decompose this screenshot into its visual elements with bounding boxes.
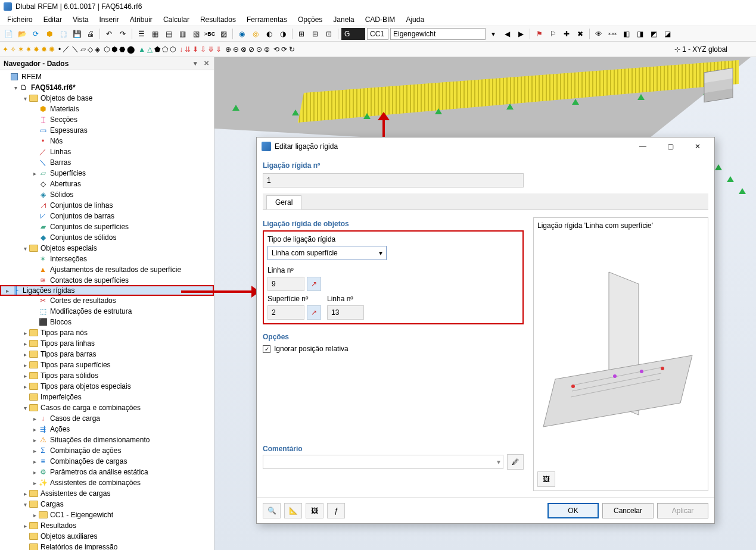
tb2-csys-icon[interactable]: ⊹ <box>674 45 680 54</box>
tb2-w-icon[interactable]: ⊕ <box>225 45 231 54</box>
tree-root[interactable]: RFEM <box>0 71 214 82</box>
comment-color-icon[interactable]: 🖉 <box>507 454 524 470</box>
tree-item[interactable]: ▰Conjuntos de superfícies <box>29 221 214 232</box>
tree-item[interactable]: ◇Aberturas <box>29 179 214 189</box>
tb2-ee-icon[interactable]: ↻ <box>289 45 295 54</box>
tb2-n-icon[interactable]: ⬟ <box>154 45 160 54</box>
tb2-f-icon[interactable]: ✹ <box>41 45 47 54</box>
tree-item[interactable]: ▸Tipos para sólidos <box>19 370 214 381</box>
menu-window[interactable]: Janela <box>328 14 359 25</box>
tree-item[interactable]: ＼Barras <box>29 157 214 168</box>
line2-number-input[interactable]: 13 <box>327 305 364 320</box>
cancel-button[interactable]: Cancelar <box>602 503 654 518</box>
tree-item[interactable]: ◈Sólidos <box>29 189 214 200</box>
tb2-k-icon[interactable]: ⬤ <box>127 45 135 54</box>
menu-edit[interactable]: Editar <box>39 14 67 25</box>
tb-lc-dropdown-icon[interactable]: ▾ <box>487 28 499 40</box>
tab-general[interactable]: Geral <box>266 195 301 210</box>
nav-close-icon[interactable]: ✕ <box>202 60 210 68</box>
tb2-aa-icon[interactable]: ⊙ <box>256 45 262 54</box>
line-number-input[interactable]: 9 <box>267 277 304 291</box>
menu-cadbim[interactable]: CAD-BIM <box>360 14 400 25</box>
minimize-icon[interactable]: — <box>631 139 655 154</box>
cc-field[interactable]: CC1 <box>367 28 388 40</box>
tree-item[interactable]: ⬛Blocos <box>29 317 214 327</box>
tb2-o-icon[interactable]: ⬠ <box>162 45 168 54</box>
rigid-link-number-input[interactable]: 1 <box>263 173 524 188</box>
tb-j-icon[interactable]: ◑ <box>277 28 289 40</box>
tb2-t-icon[interactable]: ⇩ <box>200 45 206 54</box>
tb-o-icon[interactable]: ✖ <box>574 28 586 40</box>
navigator-tree[interactable]: RFEM ▾🗋FAQ5146.rf6* ▾Objetos de base ⬢Ma… <box>0 70 214 550</box>
menu-file[interactable]: Ficheiro <box>2 14 38 25</box>
tb2-j-icon[interactable]: ⬣ <box>119 45 125 54</box>
tb2-v-icon[interactable]: ⇓ <box>216 45 222 54</box>
ignore-relative-position-checkbox[interactable]: ✓ Ignorar posição relativa <box>263 345 524 353</box>
tree-item[interactable]: ⬢Materiais <box>29 104 214 114</box>
close-icon[interactable]: ✕ <box>686 139 710 154</box>
tree-item[interactable]: Relatórios de impressão <box>19 542 214 550</box>
tb-m-icon[interactable]: ⊡ <box>323 28 335 40</box>
tb2-s-icon[interactable]: ⬇ <box>192 45 198 54</box>
surface-number-input[interactable]: 2 <box>267 305 304 320</box>
tb-h-icon[interactable]: ◎ <box>250 28 262 40</box>
view-gizmo[interactable] <box>702 69 744 111</box>
tb-flag1-icon[interactable]: ⚑ <box>533 28 545 40</box>
tb-prev-icon[interactable]: ◀ <box>501 28 513 40</box>
tree-item[interactable]: ▸Tipos para nós <box>19 327 214 338</box>
tb2-x-icon[interactable]: ⊖ <box>233 45 239 54</box>
tree-item[interactable]: ▲Ajustamentos de resultados de superfíci… <box>29 264 214 275</box>
tb2-e-icon[interactable]: ✸ <box>33 45 39 54</box>
tb2-open-icon[interactable]: ◇ <box>88 45 93 54</box>
tb2-b-icon[interactable]: ✧ <box>10 45 16 54</box>
tb-l-icon[interactable]: ⊟ <box>309 28 321 40</box>
maximize-icon[interactable]: ▢ <box>658 139 682 154</box>
tb2-cc-icon[interactable]: ⟲ <box>273 45 279 54</box>
tb2-y-icon[interactable]: ⊗ <box>241 45 247 54</box>
tb2-d-icon[interactable]: ✷ <box>26 45 32 54</box>
menu-calculate[interactable]: Calcular <box>158 14 194 25</box>
tb2-member-icon[interactable]: ＼ <box>71 44 79 54</box>
tb-k-icon[interactable]: ⊞ <box>295 28 307 40</box>
tb2-m-icon[interactable]: △ <box>147 45 153 54</box>
tb2-c-icon[interactable]: ✶ <box>18 45 24 54</box>
menu-view[interactable]: Vista <box>68 14 93 25</box>
tb-e-icon[interactable]: ▧ <box>190 28 202 40</box>
tb2-u-icon[interactable]: ⤋ <box>208 45 214 54</box>
tree-item[interactable]: ▸⚙Parâmetros da análise estática <box>29 467 214 477</box>
tb2-a-icon[interactable]: ✦ <box>2 45 8 54</box>
tb-open-icon[interactable]: 📂 <box>16 28 28 40</box>
rigid-link-type-select[interactable]: Linha com superfície▾ <box>267 246 387 260</box>
tb-r-icon[interactable]: ◩ <box>648 28 659 40</box>
tree-item[interactable]: ⩗Conjuntos de barras <box>29 211 214 221</box>
menu-results[interactable]: Resultados <box>195 14 241 25</box>
tb-block-icon[interactable]: ⬚ <box>57 28 69 40</box>
tb2-g-icon[interactable]: ✺ <box>49 45 55 54</box>
tb2-l-icon[interactable]: ▲ <box>138 45 145 54</box>
apply-button[interactable]: Aplicar <box>657 503 708 518</box>
tree-item[interactable]: ▸Tipos para barras <box>19 349 214 360</box>
tb-eye-icon[interactable]: 👁 <box>593 28 605 40</box>
tree-item[interactable]: ▸CC1 - Eigengewicht <box>29 510 214 520</box>
tree-item[interactable]: ◆Conjuntos de sólidos <box>29 232 214 243</box>
tree-item[interactable]: Objetos auxiliares <box>19 531 214 542</box>
tree-load-cases[interactable]: ▾Casos de carga e combinações <box>19 402 214 413</box>
tb-d-icon[interactable]: ▥ <box>176 28 188 40</box>
pick-surface-icon[interactable]: ↗ <box>307 305 321 320</box>
tb-s-icon[interactable]: ◪ <box>661 28 673 40</box>
tb2-h-icon[interactable]: ⬡ <box>104 45 110 54</box>
tb-script-icon[interactable]: ⟳ <box>30 28 42 40</box>
tb-manager-icon[interactable]: ⬢ <box>43 28 55 40</box>
tree-item[interactable]: •Nós <box>29 136 214 146</box>
tree-item[interactable]: Imperfeições <box>19 392 214 402</box>
tb-calc-icon[interactable]: >BC <box>204 28 216 40</box>
tb-undo-icon[interactable]: ↶ <box>103 28 115 40</box>
nav-pin-icon[interactable]: ▾ <box>191 60 200 68</box>
tree-file[interactable]: ▾🗋FAQ5146.rf6* <box>10 82 214 93</box>
tree-item[interactable]: ▸ΣCombinação de ações <box>29 445 214 456</box>
csys-field[interactable]: 1 - XYZ global <box>682 45 754 54</box>
dialog-titlebar[interactable]: Editar ligação rígida — ▢ ✕ <box>257 138 714 155</box>
tb-f-icon[interactable]: ▨ <box>217 28 229 40</box>
preview-toggle-icon[interactable]: 🖼 <box>537 471 555 487</box>
tree-item[interactable]: ⬚Modificações de estrutura <box>29 306 214 317</box>
